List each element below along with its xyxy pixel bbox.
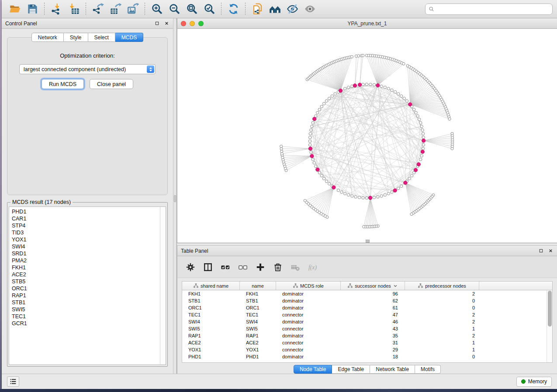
cell: SWI4 bbox=[182, 319, 240, 324]
tab-style[interactable]: Style bbox=[64, 33, 88, 42]
tab-network[interactable]: Network bbox=[31, 33, 64, 42]
memory-button[interactable]: Memory bbox=[516, 377, 552, 387]
cell: 0 bbox=[405, 305, 479, 310]
table-row[interactable]: RAP1RAP1dominator352 bbox=[182, 332, 552, 339]
close-panel-action-button[interactable]: Close panel bbox=[90, 79, 133, 89]
node-table: shared namenameMCDS rolesuccessor nodesp… bbox=[182, 281, 553, 363]
mcds-result-item[interactable]: RAP1 bbox=[12, 292, 166, 299]
export-table-icon bbox=[110, 3, 121, 15]
column-header-predecessor-nodes[interactable]: predecessor nodes bbox=[405, 282, 479, 290]
table-row[interactable]: SWI5SWI5connector431 bbox=[182, 325, 552, 332]
clone-network-button[interactable] bbox=[249, 2, 266, 17]
export-network-button[interactable] bbox=[89, 2, 107, 17]
network-canvas[interactable] bbox=[177, 29, 557, 243]
plus-icon bbox=[256, 262, 265, 272]
deselect-all-rows-button[interactable] bbox=[235, 259, 251, 275]
table-bottom-tabs: Node TableEdge TableNetwork TableMotifs bbox=[177, 365, 557, 374]
close-table-panel-button[interactable] bbox=[547, 248, 554, 254]
mcds-result-item[interactable]: GCR1 bbox=[12, 320, 166, 327]
houses-icon bbox=[269, 3, 281, 15]
network-graph[interactable] bbox=[177, 29, 557, 243]
tab-motifs[interactable]: Motifs bbox=[415, 365, 441, 374]
float-icon bbox=[539, 248, 543, 253]
tab-node-table[interactable]: Node Table bbox=[294, 365, 332, 374]
table-row[interactable]: SWI4SWI4dominator462 bbox=[182, 318, 552, 325]
table-row[interactable]: TEC1TEC1connector472 bbox=[182, 311, 552, 318]
zoom-selected-button[interactable] bbox=[201, 2, 218, 17]
mcds-result-item[interactable]: YOX1 bbox=[12, 236, 166, 243]
vertical-splitter[interactable] bbox=[173, 18, 177, 374]
mcds-result-item[interactable]: ORC1 bbox=[12, 285, 166, 292]
float-table-panel-button[interactable] bbox=[538, 248, 544, 254]
home-browser-button[interactable] bbox=[266, 2, 284, 17]
open-file-button[interactable] bbox=[6, 2, 24, 17]
mcds-result-list: PHD1CAR1STP4TID3YOX1SWI4SRD1PMA2FKH1ACE2… bbox=[9, 207, 166, 327]
hide-selection-button[interactable] bbox=[284, 2, 301, 17]
task-history-button[interactable] bbox=[7, 376, 19, 387]
table-panel-title: Table Panel bbox=[181, 248, 208, 254]
tab-select[interactable]: Select bbox=[88, 33, 115, 42]
table-row[interactable]: ORC1ORC1dominator610 bbox=[182, 304, 552, 311]
delete-column-button[interactable] bbox=[270, 259, 286, 275]
canvas-scroll-handle[interactable] bbox=[366, 240, 370, 243]
mcds-scrollbar[interactable] bbox=[160, 207, 166, 364]
column-type-icon bbox=[293, 283, 298, 289]
table-scrollbar-thumb[interactable] bbox=[548, 291, 552, 327]
table-row[interactable]: STB1STB1dominator620 bbox=[182, 297, 552, 304]
cell: connector bbox=[276, 326, 341, 331]
search-field[interactable] bbox=[425, 3, 553, 15]
mcds-result-item[interactable]: ACE2 bbox=[12, 271, 166, 278]
mcds-result-item[interactable]: STP4 bbox=[12, 222, 166, 229]
tab-edge-table[interactable]: Edge Table bbox=[332, 365, 370, 374]
search-input[interactable] bbox=[435, 5, 550, 14]
close-panel-button[interactable] bbox=[163, 21, 170, 27]
zoom-out-button[interactable] bbox=[166, 2, 183, 17]
float-panel-button[interactable] bbox=[154, 21, 160, 27]
run-mcds-button[interactable]: Run MCDS bbox=[42, 79, 84, 89]
column-header-name[interactable]: name bbox=[240, 282, 276, 290]
mcds-result-item[interactable]: SWI4 bbox=[12, 243, 166, 250]
cell: connector bbox=[276, 340, 341, 345]
table-row[interactable]: PHD1PHD1dominator180 bbox=[182, 353, 552, 360]
table-settings-button[interactable] bbox=[183, 259, 198, 275]
add-column-button[interactable] bbox=[253, 259, 268, 275]
import-table-button[interactable] bbox=[65, 2, 83, 17]
mcds-result-listbox[interactable]: PHD1CAR1STP4TID3YOX1SWI4SRD1PMA2FKH1ACE2… bbox=[9, 206, 166, 365]
zoom-in-button[interactable] bbox=[148, 2, 166, 17]
choose-columns-button[interactable] bbox=[200, 259, 216, 275]
table-row[interactable]: YOX1YOX1connector291 bbox=[182, 346, 552, 353]
column-type-icon bbox=[418, 283, 423, 289]
mcds-result-item[interactable]: TEC1 bbox=[12, 313, 166, 320]
mcds-result-item[interactable]: TID3 bbox=[12, 229, 166, 236]
cell: SWI4 bbox=[240, 319, 276, 324]
mcds-result-item[interactable]: SRD1 bbox=[12, 250, 166, 257]
mcds-result-item[interactable]: SWI5 bbox=[12, 306, 166, 313]
mcds-result-item[interactable]: PHD1 bbox=[12, 208, 166, 215]
criterion-select[interactable]: largest connected component (undirected) bbox=[19, 64, 156, 74]
cell: FKH1 bbox=[240, 291, 276, 296]
splitter-grip[interactable] bbox=[174, 195, 176, 202]
zoom-fit-button[interactable] bbox=[183, 2, 201, 17]
mcds-result-item[interactable]: CAR1 bbox=[12, 215, 166, 222]
column-header-shared-name[interactable]: shared name bbox=[182, 282, 240, 290]
column-header-MCDS-role[interactable]: MCDS role bbox=[276, 282, 341, 290]
export-table-button[interactable] bbox=[107, 2, 124, 17]
mcds-result-item[interactable]: PMA2 bbox=[12, 257, 166, 264]
export-image-button[interactable] bbox=[124, 2, 142, 17]
tab-network-table[interactable]: Network Table bbox=[370, 365, 415, 374]
table-row[interactable]: FKH1FKH1dominator962 bbox=[182, 290, 552, 297]
horizontal-splitter[interactable] bbox=[177, 243, 557, 246]
mcds-result-item[interactable]: STB5 bbox=[12, 278, 166, 285]
import-network-button[interactable] bbox=[48, 2, 65, 17]
check-sel-icon bbox=[221, 262, 230, 272]
table-row[interactable]: ACE2ACE2connector311 bbox=[182, 339, 552, 346]
table-scrollbar[interactable] bbox=[547, 290, 552, 362]
toolbar-separator bbox=[86, 3, 86, 16]
save-session-button[interactable] bbox=[24, 2, 41, 17]
mcds-result-item[interactable]: FKH1 bbox=[12, 264, 166, 271]
tab-mcds[interactable]: MCDS bbox=[115, 33, 143, 42]
column-header-successor-nodes[interactable]: successor nodes bbox=[341, 282, 405, 290]
refresh-view-button[interactable] bbox=[225, 2, 242, 17]
mcds-result-item[interactable]: STB1 bbox=[12, 299, 166, 306]
select-all-rows-button[interactable] bbox=[218, 259, 233, 275]
